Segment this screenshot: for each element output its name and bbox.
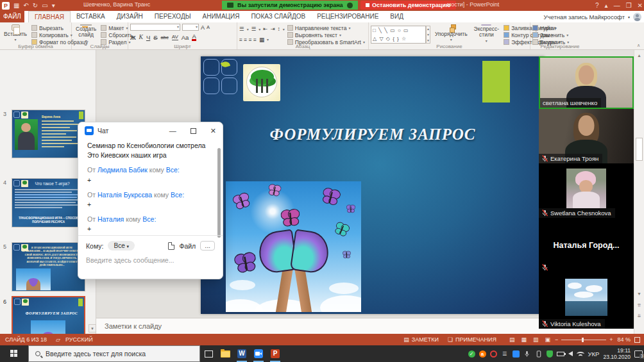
sync-ok-icon[interactable]: ✓ [468, 350, 475, 358]
scrollbar-thumb[interactable] [636, 138, 643, 161]
normal-view-icon[interactable]: ▤ [509, 336, 515, 343]
restore-icon[interactable]: ❐ [626, 2, 632, 9]
word-button[interactable]: W [233, 345, 250, 362]
task-view-button[interactable] [200, 345, 217, 362]
taskbar-search[interactable]: Введите здесь текст для поиска [28, 345, 200, 362]
scroll-up-icon[interactable]: ▲ [635, 51, 643, 60]
text-direction-button[interactable]: Направление текста▾ [287, 25, 365, 31]
file-explorer-button[interactable] [217, 345, 233, 362]
next-slide-icon[interactable]: ⇊ [635, 311, 643, 320]
zoom-percent[interactable]: 84 % [617, 336, 631, 343]
defender-shield-icon[interactable] [547, 350, 553, 358]
zoom-out-icon[interactable]: − [555, 336, 558, 343]
zoom-in-icon[interactable]: + [609, 336, 613, 343]
undo-icon[interactable]: ↶ [23, 1, 28, 10]
spell-check-icon[interactable]: ▱ [56, 336, 60, 343]
grow-font-icon[interactable]: А [201, 24, 205, 31]
replace-button[interactable]: Заменить▾ [532, 32, 569, 38]
slideshow-view-icon[interactable]: ▣ [545, 336, 550, 343]
chat-file-button[interactable]: Файл [179, 242, 196, 250]
align-text-button[interactable]: Выровнять текст▾ [287, 32, 365, 38]
chat-input[interactable]: Введите здесь сообщение... [86, 256, 215, 264]
microphone-icon[interactable] [523, 350, 531, 358]
scroll-down-icon[interactable]: ▼ [635, 290, 643, 298]
stop-sharing-button[interactable]: Остановить демонстрацию [360, 1, 456, 10]
save-icon[interactable]: ▦ [13, 1, 19, 10]
battery-icon[interactable] [557, 352, 564, 356]
video-tile-1[interactable]: светлана шевченко [539, 56, 634, 109]
volume-mixer-icon[interactable]: ☰ [501, 350, 509, 358]
decrease-indent-icon[interactable]: ⇤ [263, 26, 267, 32]
video-tile-2[interactable]: Екатерина Троян [539, 109, 634, 163]
bullets-icon[interactable]: ☰ [239, 26, 244, 32]
font-color-button[interactable]: А [192, 34, 196, 41]
strikethrough-button[interactable]: S [153, 34, 157, 41]
chat-more-button[interactable]: ... [200, 241, 215, 251]
chat-scrollbar[interactable] [217, 148, 221, 238]
account-button[interactable]: Учетная запись Майкрософт ▾ [544, 11, 642, 22]
chat-messages[interactable]: Семинар по Ксенобиологии смотрела Это Ки… [78, 139, 223, 236]
tab-slideshow[interactable]: ПОКАЗ СЛАЙДОВ [245, 11, 311, 22]
tab-design[interactable]: ДИЗАЙН [111, 11, 149, 22]
zoom-slider-thumb[interactable] [582, 338, 584, 342]
slide-thumbnail-3[interactable]: Варина Анна [12, 110, 85, 158]
chat-maximize-icon[interactable] [191, 128, 196, 134]
language-indicator[interactable]: РУССКИЙ [65, 336, 93, 343]
abc-strike-icon[interactable]: abc [161, 35, 169, 40]
qat-customize-icon[interactable]: ▾ [52, 1, 55, 10]
tab-insert[interactable]: ВСТАВКА [71, 11, 111, 22]
redo-icon[interactable]: ↻ [33, 1, 38, 10]
speaker-icon[interactable] [568, 351, 573, 356]
tab-review[interactable]: РЕЦЕНЗИРОВАНИЕ [311, 11, 384, 22]
slide-thumbnail-5[interactable]: В ТРАНСФОРМАЦИОННОЙ ИГРЕ ПРОЖИВАНИЕ... К… [12, 242, 85, 292]
shapes-gallery[interactable]: □ ╲ ╲ ▭ ○ ▭ △ ▽ ◇ { } ☆ [371, 26, 426, 44]
tab-transitions[interactable]: ПЕРЕХОДЫ [149, 11, 197, 22]
find-button[interactable]: Найти [532, 25, 569, 31]
help-icon[interactable]: ? [595, 2, 599, 9]
tab-animations[interactable]: АНИМАЦИЯ [197, 11, 246, 22]
video-tile-5[interactable]: Viktoria Kuleshova [539, 272, 634, 329]
zoom-slider[interactable]: − + [555, 336, 613, 343]
comments-toggle[interactable]: ПРИМЕЧАНИЯ [455, 336, 496, 343]
video-tile-4[interactable]: Наталья Город... [539, 218, 634, 272]
wifi-icon[interactable] [577, 352, 584, 356]
tab-file[interactable]: ФАЙЛ [0, 11, 24, 22]
antivirus-icon[interactable]: a [479, 350, 486, 358]
shrink-font-icon[interactable]: А [207, 24, 210, 30]
shapes-gallery-scroll[interactable]: ▲▼▼ [426, 26, 430, 44]
usb-device-icon[interactable] [535, 350, 543, 358]
slide-thumbnail-4[interactable]: Что такое Т-игра? ТРАНСФОРМАЦИОННАЯ ИГРА… [12, 178, 85, 227]
font-name-combobox[interactable] [130, 24, 180, 31]
numbering-icon[interactable]: ☰ [251, 26, 257, 32]
alignment-buttons[interactable]: ≡ ≡ ≡ ≡ ▦▾ [239, 37, 285, 44]
start-button[interactable] [0, 345, 28, 362]
collapse-ribbon-icon[interactable]: ∧ [637, 43, 640, 48]
opera-icon[interactable] [490, 350, 497, 358]
columns-icon[interactable]: ▦ [259, 37, 264, 43]
chat-header[interactable]: Чат — ✕ [78, 122, 223, 139]
fit-to-window-icon[interactable] [634, 337, 640, 343]
character-spacing-button[interactable]: AV [172, 34, 178, 40]
increase-indent-icon[interactable]: ⇥ [270, 26, 275, 32]
action-center-icon[interactable]: 3 [634, 350, 643, 358]
underline-button[interactable]: Ч [146, 34, 150, 41]
chat-to-dropdown[interactable]: Все ▾ [108, 241, 135, 251]
zoom-tray-icon[interactable] [513, 350, 520, 358]
language-switcher[interactable]: УКР [588, 350, 600, 358]
arrange-button[interactable]: Упорядочить ▾ [433, 24, 470, 43]
paste-button[interactable]: Вставить ▾ [2, 24, 29, 43]
close-icon[interactable]: ✕ [638, 2, 643, 9]
slide-sorter-icon[interactable]: ▦ [521, 336, 527, 343]
quick-styles-button[interactable]: Экспресс-стили ▾ [472, 24, 502, 43]
ribbon-options-icon[interactable]: ▴ [605, 2, 608, 9]
previous-slide-icon[interactable]: ⇈ [635, 301, 643, 309]
thumbnails-scroll-down[interactable]: ▼ [89, 324, 96, 333]
tab-view[interactable]: ВИД [384, 11, 409, 22]
current-slide[interactable]: ФОРМУЛИРУЕМ ЗАПРОС [201, 56, 545, 314]
vertical-scrollbar[interactable]: ▲ ▼ ⇈ ⇊ [634, 50, 644, 334]
chat-close-icon[interactable]: ✕ [210, 127, 216, 135]
minimize-icon[interactable]: — [614, 2, 620, 9]
reading-view-icon[interactable]: ▥ [533, 336, 539, 343]
line-spacing-icon[interactable]: ↕ [278, 26, 280, 32]
powerpoint-button[interactable]: P [267, 345, 284, 362]
